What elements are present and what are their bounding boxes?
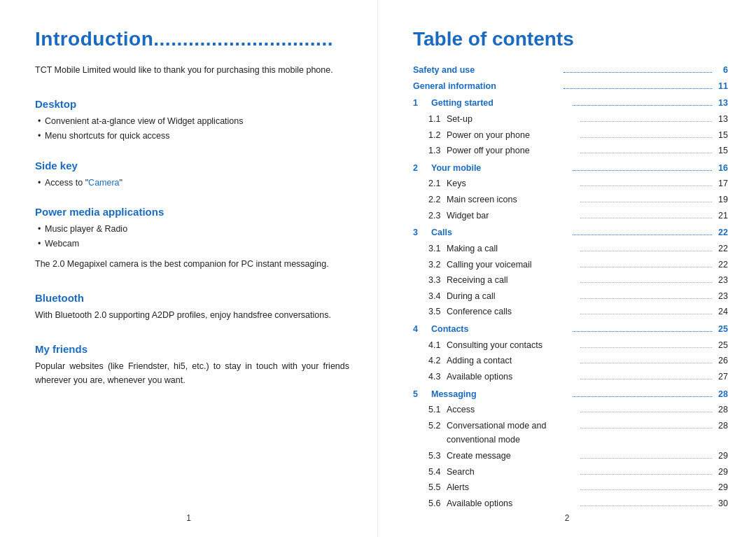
- toc-3-3-label: Receiving a call: [447, 273, 578, 288]
- power-media-bullet-1: Music player & Radio: [38, 222, 349, 237]
- toc-3-4-num: 3.4: [428, 289, 447, 304]
- bluetooth-text: With Bluetooth 2.0 supporting A2DP profi…: [35, 308, 349, 322]
- power-media-bullet-2: Webcam: [38, 237, 349, 251]
- toc-1-2: 1.2 Power on your phone 15: [413, 128, 728, 143]
- toc-safety-dots: [564, 72, 712, 73]
- toc-1-3-page: 15: [714, 144, 728, 158]
- toc-5-1-page: 28: [714, 403, 728, 417]
- bluetooth-heading: Bluetooth: [35, 292, 349, 304]
- toc-ch3-dots: [573, 235, 712, 235]
- toc-title: Table of contents: [413, 28, 728, 50]
- toc-2-1-label: Keys: [447, 176, 578, 191]
- toc-5-1: 5.1 Access 28: [413, 403, 728, 417]
- toc-1-1-page: 13: [714, 112, 728, 127]
- toc-ch2-num: 2: [413, 161, 431, 176]
- toc-1-2-label: Power on your phone: [447, 128, 578, 143]
- toc-3-4: 3.4 During a call 23: [413, 289, 728, 304]
- toc-4-3-label: Available options: [447, 370, 578, 384]
- toc-ch3-num: 3: [413, 225, 431, 240]
- toc-3-1-num: 3.1: [428, 242, 447, 256]
- toc-ch4-label: Contacts: [431, 322, 570, 337]
- toc-ch3-label: Calls: [431, 225, 570, 240]
- toc-2-3-dots: [580, 218, 712, 218]
- toc-3-3-dots: [580, 282, 712, 283]
- toc-1-3: 1.3 Power off your phone 15: [413, 144, 728, 158]
- toc-3-2-num: 3.2: [428, 258, 447, 272]
- desktop-bullet-2: Menu shortcuts for quick access: [38, 129, 349, 144]
- toc-5-3-dots: [580, 458, 712, 459]
- toc-ch2-dots: [573, 170, 712, 171]
- toc-5-4-dots: [580, 474, 712, 475]
- toc-1-2-dots: [580, 137, 712, 138]
- toc-general-page: 11: [714, 79, 728, 94]
- my-friends-heading: My friends: [35, 343, 349, 355]
- desktop-heading: Desktop: [35, 98, 349, 110]
- toc-3-3: 3.3 Receiving a call 23: [413, 273, 728, 288]
- toc-3-2: 3.2 Calling your voicemail 22: [413, 258, 728, 272]
- toc-2-2-page: 19: [714, 193, 728, 207]
- toc-3-5-page: 24: [714, 305, 728, 319]
- toc-ch2: 2 Your mobile 16: [413, 161, 728, 176]
- toc-3-2-label: Calling your voicemail: [447, 258, 578, 272]
- toc-5-2-num: 5.2: [428, 419, 447, 433]
- toc-ch2-label: Your mobile: [431, 161, 570, 176]
- toc-ch1-dots: [573, 105, 712, 106]
- toc-2-1-page: 17: [714, 176, 728, 191]
- power-media-extra: The 2.0 Megapixel camera is the best com…: [35, 257, 349, 271]
- toc-5-5-num: 5.5: [428, 480, 447, 495]
- toc-5-5-dots: [580, 489, 712, 490]
- toc-1-1: 1.1 Set-up 13: [413, 112, 728, 127]
- right-column: Table of contents Safety and use 6 Gener…: [378, 0, 756, 537]
- toc-ch4-num: 4: [413, 322, 431, 337]
- toc-5-1-label: Access: [447, 403, 578, 417]
- toc-ch5: 5 Messaging 28: [413, 387, 728, 402]
- toc-5-5-page: 29: [714, 480, 728, 495]
- toc-ch1: 1 Getting started 13: [413, 96, 728, 111]
- toc-5-3: 5.3 Create message 29: [413, 449, 728, 463]
- toc-2-2: 2.2 Main screen icons 19: [413, 193, 728, 207]
- toc-5-6-page: 30: [714, 496, 728, 511]
- toc-3-4-label: During a call: [447, 289, 578, 304]
- toc-5-1-num: 5.1: [428, 403, 447, 417]
- toc-5-2: 5.2 Conversational mode and conventional…: [413, 419, 728, 447]
- toc-3-4-page: 23: [714, 289, 728, 304]
- my-friends-text: Popular websites (like Friendster, hi5, …: [35, 359, 349, 387]
- toc-5-3-page: 29: [714, 449, 728, 463]
- side-key-bullets: Access to "Camera": [35, 176, 349, 190]
- toc-3-4-dots: [580, 298, 712, 299]
- toc-1-3-num: 1.3: [428, 144, 447, 158]
- side-key-bullet-1: Access to "Camera": [38, 176, 349, 190]
- toc-5-6-dots: [580, 505, 712, 506]
- toc-general-dots: [564, 88, 712, 89]
- toc-3-1: 3.1 Making a call 22: [413, 242, 728, 256]
- toc-ch5-page: 28: [714, 387, 728, 402]
- toc-5-6: 5.6 Available options 30: [413, 496, 728, 511]
- toc-safety-label: Safety and use: [413, 63, 561, 78]
- toc-5-3-label: Create message: [447, 449, 578, 463]
- toc-1-3-dots: [580, 153, 712, 153]
- toc-5-5-label: Alerts: [447, 480, 578, 495]
- toc-3-2-page: 22: [714, 258, 728, 272]
- toc-2-3-num: 2.3: [428, 209, 447, 223]
- toc-5-4-label: Search: [447, 465, 578, 480]
- toc-ch5-label: Messaging: [431, 387, 570, 402]
- toc-ch5-dots: [573, 396, 712, 397]
- toc-2-3: 2.3 Widget bar 21: [413, 209, 728, 223]
- toc-ch4: 4 Contacts 25: [413, 322, 728, 337]
- toc-1-1-dots: [580, 121, 712, 122]
- page: Introduction............................…: [0, 0, 756, 537]
- toc-4-3-page: 27: [714, 370, 728, 384]
- toc-ch4-page: 25: [714, 322, 728, 337]
- toc-1-3-label: Power off your phone: [447, 144, 578, 158]
- toc-3-5-label: Conference calls: [447, 305, 578, 319]
- intro-title: Introduction............................…: [35, 28, 349, 50]
- toc-ch2-page: 16: [714, 161, 728, 176]
- toc-1-2-page: 15: [714, 128, 728, 143]
- toc-2-1-dots: [580, 186, 712, 186]
- toc-5-2-page: 28: [714, 419, 728, 433]
- toc-5-6-label: Available options: [447, 496, 578, 511]
- toc-4-2-label: Adding a contact: [447, 354, 578, 368]
- toc-ch3-page: 22: [714, 225, 728, 240]
- toc-3-5-dots: [580, 314, 712, 314]
- toc-3-5-num: 3.5: [428, 305, 447, 319]
